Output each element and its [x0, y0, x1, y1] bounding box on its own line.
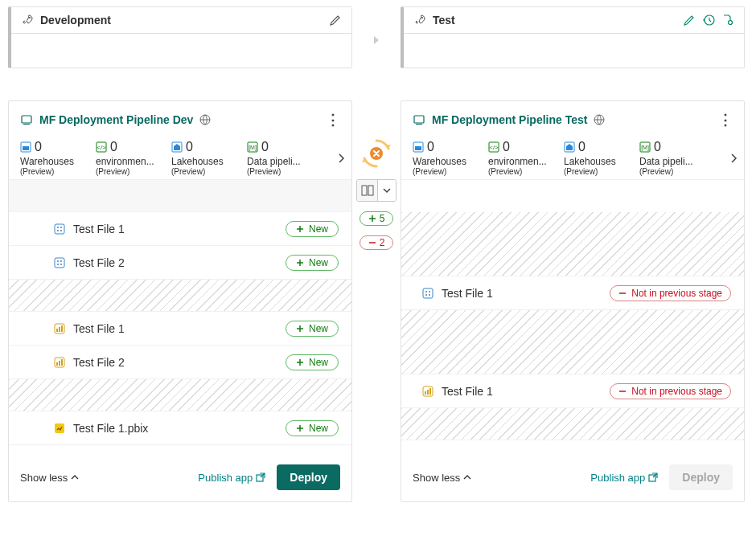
stage-title: Development [40, 14, 111, 27]
stage-arrow [352, 6, 401, 45]
counters-next[interactable] [337, 153, 345, 164]
svg-rect-4 [22, 116, 31, 123]
dataset-icon [54, 223, 65, 235]
list-item[interactable]: Test File 1 New [9, 212, 351, 246]
item-name: Test File 1 [442, 385, 493, 398]
compare-view-icon[interactable] [357, 180, 378, 201]
status-pill-new[interactable]: New [286, 420, 339, 436]
sync-mismatch-icon [360, 137, 392, 170]
svg-rect-30 [59, 361, 60, 366]
deploy-button-disabled: Deploy [669, 464, 733, 490]
status-pill-new[interactable]: New [286, 221, 339, 237]
svg-rect-53 [425, 391, 426, 395]
stage-card-development: Development [8, 6, 352, 68]
rocket-icon [413, 14, 426, 27]
counter-environments[interactable]: </>0 environmen... (Preview) [488, 140, 564, 176]
publish-app-link[interactable]: Publish app [198, 472, 265, 484]
counter-environments[interactable]: </>0 environmen... (Preview) [96, 140, 171, 176]
compare-column: 5 2 [352, 100, 401, 250]
report-icon [54, 323, 65, 334]
status-pill-missing[interactable]: Not in previous stage [610, 285, 731, 301]
svg-rect-47 [423, 288, 433, 298]
status-pill-new[interactable]: New [286, 321, 339, 337]
counter-warehouses[interactable]: 0 Warehouses (Preview) [20, 140, 96, 176]
rocket-icon [21, 14, 34, 27]
panel-title: MF Deployment Pipeline Test [432, 113, 587, 126]
counters-row: 0 Warehouses (Preview) </>0 environmen..… [9, 138, 351, 180]
counter-lakehouses[interactable]: 0 Lakehouses (Preview) [171, 140, 247, 176]
show-less-toggle[interactable]: Show less [20, 472, 79, 484]
list-placeholder [401, 180, 744, 212]
svg-point-50 [425, 294, 427, 296]
dataset-icon [54, 257, 65, 268]
list-item[interactable]: Test File 1 Not in previous stage [401, 276, 744, 310]
more-menu[interactable]: ⋮ [712, 111, 739, 129]
counter-pipelines[interactable]: [M]0 Data pipeli... (Preview) [247, 140, 323, 176]
item-name: Test File 2 [73, 356, 125, 369]
workspace-icon [413, 113, 425, 126]
edit-icon[interactable] [329, 14, 342, 27]
show-less-toggle[interactable]: Show less [413, 472, 471, 484]
deploy-button[interactable]: Deploy [277, 464, 340, 490]
test-panel: MF Deployment Pipeline Test ⋮ 0 Warehous… [401, 100, 745, 502]
item-name: Test File 2 [73, 256, 125, 269]
list-item[interactable]: Test File 2 New [9, 346, 351, 379]
svg-rect-41 [415, 146, 421, 150]
status-pill-new[interactable]: New [286, 255, 339, 271]
status-pill-missing[interactable]: Not in previous stage [610, 383, 731, 399]
svg-rect-32 [55, 423, 64, 433]
web-icon [594, 114, 605, 125]
settings-icon[interactable] [721, 14, 734, 27]
item-name: Test File 1 [73, 223, 125, 235]
edit-icon[interactable] [683, 14, 696, 27]
removed-count-badge: 2 [360, 235, 394, 250]
compare-toggle[interactable] [356, 179, 396, 202]
publish-app-link[interactable]: Publish app [590, 472, 658, 484]
svg-rect-55 [429, 388, 431, 395]
list-item[interactable]: Test File 1 New [9, 312, 351, 346]
stage-title: Test [433, 14, 455, 27]
list-placeholder [9, 280, 351, 312]
more-menu[interactable]: ⋮ [319, 111, 347, 129]
web-icon [199, 114, 211, 125]
svg-point-20 [57, 260, 59, 262]
svg-rect-25 [56, 329, 58, 332]
svg-text:</>: </> [489, 144, 499, 151]
list-item[interactable]: Test File 2 New [9, 246, 351, 280]
added-count-badge: 5 [360, 211, 394, 226]
svg-point-0 [29, 17, 31, 18]
svg-point-23 [60, 264, 62, 265]
report-icon [54, 357, 65, 368]
status-pill-new[interactable]: New [286, 354, 339, 370]
svg-rect-26 [59, 327, 60, 332]
svg-rect-8 [23, 146, 29, 150]
counters-next[interactable] [729, 153, 738, 164]
item-name: Test File 1.pbix [73, 422, 148, 435]
svg-rect-38 [416, 124, 422, 125]
report-icon [422, 386, 433, 397]
svg-point-18 [60, 230, 62, 231]
list-placeholder [401, 408, 744, 440]
workspace-icon [20, 113, 33, 126]
svg-rect-37 [414, 116, 424, 123]
item-name: Test File 1 [442, 287, 493, 300]
history-icon[interactable] [702, 14, 715, 27]
counters-row: 0 Warehouses (Preview) </>0 environmen..… [401, 138, 744, 180]
counter-lakehouses[interactable]: 0 Lakehouses (Preview) [564, 140, 639, 176]
svg-point-17 [57, 230, 59, 231]
stage-card-test: Test [401, 6, 745, 68]
svg-rect-31 [61, 359, 63, 366]
list-item[interactable]: Test File 1.pbix New [9, 411, 351, 445]
list-placeholder [9, 180, 351, 212]
list-item[interactable]: Test File 1 Not in previous stage [401, 374, 744, 408]
svg-rect-27 [61, 325, 63, 332]
svg-rect-5 [23, 124, 30, 125]
list-placeholder [401, 310, 744, 374]
counter-warehouses[interactable]: 0 Warehouses (Preview) [413, 140, 488, 176]
dataset-icon [422, 288, 433, 299]
counter-pipelines[interactable]: [M]0 Data pipeli... (Preview) [639, 140, 715, 176]
svg-rect-35 [362, 186, 367, 195]
compare-dropdown[interactable] [378, 180, 396, 201]
panel-title: MF Deployment Pipeline Dev [39, 113, 193, 126]
svg-rect-36 [368, 186, 373, 195]
